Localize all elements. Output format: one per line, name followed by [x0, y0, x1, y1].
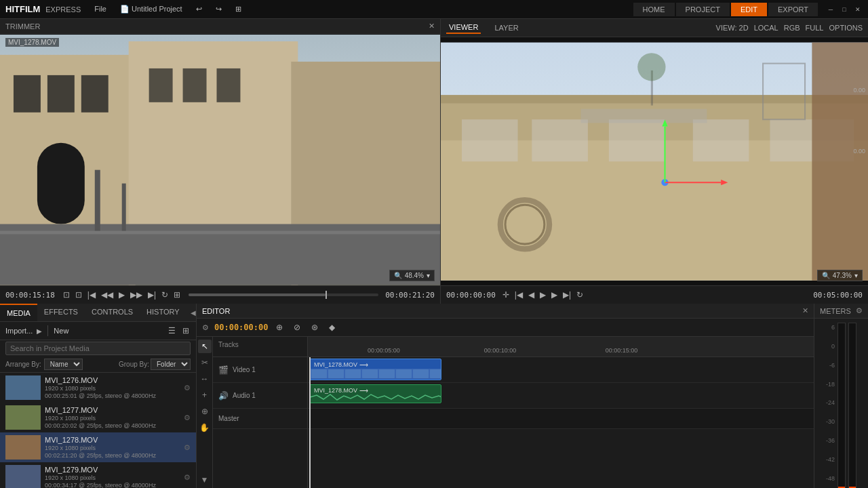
trim-step-fwd-button[interactable]: ▶▶	[129, 289, 144, 301]
meters-settings-icon[interactable]: ⚙	[856, 306, 863, 315]
media-item[interactable]: MVI_1277.MOV 1920 x 1080 pixels 00:00:20…	[0, 403, 196, 432]
viewer-step-fwd-btn[interactable]: ▶	[550, 289, 559, 301]
editor-close-icon[interactable]: ✕	[802, 306, 808, 315]
menu-redo[interactable]: ↪	[213, 3, 224, 15]
trim-mark-out-button[interactable]: ⊡	[74, 289, 83, 301]
tab-layer[interactable]: LAYER	[492, 22, 521, 33]
svg-rect-43	[379, 369, 395, 378]
search-input[interactable]	[5, 342, 191, 355]
meters-panel: METERS ⚙ 6 0 -6 -18 -24 -30 -36 -42 -48 …	[814, 304, 868, 488]
full-option[interactable]: FULL	[806, 24, 824, 32]
trim-insert-button[interactable]: ⊞	[172, 289, 182, 301]
slip-tool[interactable]: ↔	[198, 372, 212, 386]
media-item-details2: 00:00:34:17 @ 25fps, stereo @ 48000Hz	[45, 482, 180, 488]
viewer-video[interactable]: 0.00 0.00 🔍 47.3% ▾	[441, 37, 868, 285]
trim-step-back-button[interactable]: ◀◀	[100, 289, 115, 301]
viewer-play-btn[interactable]: ▶	[538, 289, 547, 301]
menu-undo[interactable]: ↩	[193, 3, 205, 15]
media-info: MVI_1276.MOV 1920 x 1080 pixels 00:00:25…	[45, 376, 180, 399]
rgb-option[interactable]: RGB	[784, 24, 800, 32]
viewer-to-end-btn[interactable]: ▶|	[561, 289, 572, 301]
zoom-tool[interactable]: ⊕	[198, 405, 212, 418]
media-item-details1: 1920 x 1080 pixels	[45, 474, 180, 481]
tab-history[interactable]: HISTORY	[140, 304, 186, 321]
viewer-zoom-control[interactable]: 🔍 47.3% ▾	[817, 270, 863, 281]
media-item[interactable]: MVI_1278.MOV 1920 x 1080 pixels 00:02:21…	[0, 432, 196, 462]
close-button[interactable]: ✕	[853, 5, 863, 14]
audio1-track[interactable]: MVI_1278.MOV ⟶	[308, 383, 814, 409]
more-tools[interactable]: ▼	[198, 473, 212, 487]
trimmer-timeline[interactable]	[189, 293, 378, 296]
viewer-step-back-btn[interactable]: ◀	[527, 289, 536, 301]
zoom-dropdown-icon: ▾	[427, 272, 430, 279]
group-by-label: Group By:	[119, 361, 149, 368]
trimmer-filename: MVI_1278.MOV	[5, 38, 59, 47]
trimmer-label: TRIMMER	[5, 22, 40, 30]
media-item[interactable]: MVI_1276.MOV 1920 x 1080 pixels 00:00:25…	[0, 373, 196, 403]
trimmer-video[interactable]: MVI_1278.MOV 🔍 48.4% ▾	[0, 34, 440, 285]
minimize-button[interactable]: ─	[826, 5, 835, 14]
tab-controls[interactable]: CONTROLS	[85, 304, 140, 321]
local-option[interactable]: LOCAL	[754, 24, 778, 32]
trim-mark-in-button[interactable]: ⊡	[62, 289, 71, 301]
view-2d-option[interactable]: VIEW: 2D	[716, 24, 749, 32]
editor-link-btn[interactable]: ⊕	[273, 321, 285, 333]
timeline-area[interactable]: 00:00:05:00 00:00:10:00 00:00:15:00 MVI_…	[308, 337, 814, 488]
editor-marker-btn[interactable]: ◆	[326, 321, 338, 333]
audio-clip[interactable]: MVI_1278.MOV ⟶	[309, 384, 441, 403]
import-button[interactable]: Import...	[5, 327, 33, 335]
new-button[interactable]: New	[54, 327, 68, 335]
nav-export[interactable]: EXPORT	[768, 3, 818, 16]
editor-snap-btn[interactable]: ⊘	[291, 321, 303, 333]
import-arrow-icon[interactable]: ▶	[37, 327, 42, 335]
add-track-tool[interactable]: +	[198, 388, 212, 402]
menu-file[interactable]: File	[92, 3, 109, 15]
viewer-cursor-btn[interactable]: ✛	[501, 289, 511, 301]
media-gear-icon[interactable]: ⚙	[184, 384, 191, 392]
nav-project[interactable]: PROJECT	[676, 3, 730, 16]
video1-track[interactable]: MVI_1278.MOV ⟶	[308, 357, 814, 383]
meter-right	[848, 323, 856, 488]
tab-media[interactable]: MEDIA	[0, 304, 37, 321]
trimmer-close-icon[interactable]: ✕	[429, 22, 435, 30]
media-item[interactable]: MVI_1279.MOV 1920 x 1080 pixels 00:00:34…	[0, 462, 196, 488]
tab-viewer[interactable]: VIEWER	[446, 22, 481, 34]
svg-rect-7	[37, 143, 85, 224]
razor-tool[interactable]: ✂	[198, 356, 212, 369]
trim-loop-button[interactable]: ↻	[160, 289, 170, 301]
menu-grid[interactable]: ⊞	[233, 3, 244, 15]
svg-rect-46	[430, 369, 441, 378]
viewer-to-start-btn[interactable]: |◀	[513, 289, 524, 301]
media-gear-icon[interactable]: ⚙	[184, 443, 191, 452]
trim-to-start-button[interactable]: |◀	[86, 289, 97, 301]
media-gear-icon[interactable]: ⚙	[184, 473, 191, 482]
trimmer-zoom-control[interactable]: 🔍 48.4% ▾	[389, 270, 435, 281]
panel-expand-icon[interactable]: ◀	[191, 309, 196, 317]
video-clip[interactable]: MVI_1278.MOV ⟶	[309, 359, 441, 380]
trim-to-end-button[interactable]: ▶|	[146, 289, 157, 301]
group-by-select[interactable]: Folder	[151, 359, 191, 370]
timeline-settings-icon[interactable]: ⚙	[202, 323, 209, 332]
media-item-details2: 00:00:25:01 @ 25fps, stereo @ 48000Hz	[45, 392, 180, 399]
tab-effects[interactable]: EFFECTS	[37, 304, 85, 321]
arrange-select[interactable]: Name	[44, 359, 83, 370]
editor-ripple-btn[interactable]: ⊛	[309, 321, 321, 333]
media-gear-icon[interactable]: ⚙	[184, 413, 191, 422]
trim-play-button[interactable]: ▶	[117, 289, 126, 301]
ruler-mark-15s: 00:00:15:00	[606, 347, 638, 354]
grid-view-button[interactable]: ⊞	[181, 325, 191, 337]
menu-project[interactable]: 📄 Untitled Project	[117, 3, 185, 15]
audio1-track-label: 🔊 Audio 1	[213, 383, 307, 409]
pan-tool[interactable]: ✋	[198, 421, 212, 434]
options-button[interactable]: OPTIONS	[829, 24, 863, 32]
media-toolbar: Import... ▶ New ☰ ⊞	[0, 322, 196, 340]
maximize-button[interactable]: □	[840, 5, 849, 14]
list-view-button[interactable]: ☰	[167, 325, 177, 337]
nav-edit[interactable]: EDIT	[731, 3, 767, 16]
select-tool[interactable]: ↖	[198, 340, 212, 353]
scale-24n: -24	[826, 399, 835, 406]
nav-home[interactable]: HOME	[633, 3, 675, 16]
viewer-loop-btn[interactable]: ↻	[575, 289, 585, 301]
zoom-icon: 🔍	[394, 272, 402, 279]
timeline-content[interactable]: MVI_1278.MOV ⟶	[308, 357, 814, 488]
